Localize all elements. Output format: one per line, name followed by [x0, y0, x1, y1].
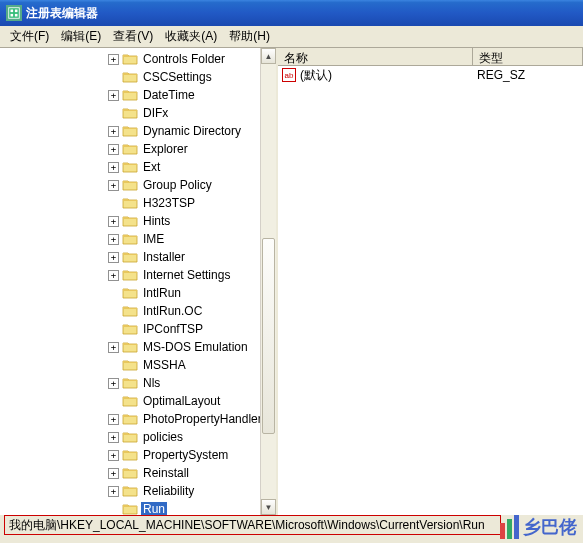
tree-pane[interactable]: +Controls FolderCSCSettings+DateTimeDIFx…: [0, 48, 278, 515]
tree-scrollbar[interactable]: ▲ ▼: [260, 48, 276, 515]
scroll-thumb[interactable]: [262, 238, 275, 434]
folder-icon: [122, 430, 138, 444]
status-path: 我的电脑\HKEY_LOCAL_MACHINE\SOFTWARE\Microso…: [9, 517, 485, 534]
tree-item[interactable]: OptimalLayout: [0, 392, 276, 410]
tree-item[interactable]: CSCSettings: [0, 68, 276, 86]
expander-icon[interactable]: +: [108, 468, 119, 479]
tree-label[interactable]: CSCSettings: [141, 70, 214, 84]
tree-item[interactable]: +PhotoPropertyHandler: [0, 410, 276, 428]
tree-label[interactable]: MSSHA: [141, 358, 188, 372]
tree-label[interactable]: Reliability: [141, 484, 196, 498]
expander-icon[interactable]: +: [108, 414, 119, 425]
expander-icon[interactable]: +: [108, 54, 119, 65]
tree-item[interactable]: MSSHA: [0, 356, 276, 374]
tree-label[interactable]: Nls: [141, 376, 162, 390]
menu-edit[interactable]: 编辑(E): [55, 26, 107, 47]
tree-label[interactable]: PhotoPropertyHandler: [141, 412, 264, 426]
tree-label[interactable]: IPConfTSP: [141, 322, 205, 336]
expander-icon[interactable]: +: [108, 180, 119, 191]
expander-icon[interactable]: +: [108, 216, 119, 227]
expander-icon[interactable]: +: [108, 342, 119, 353]
tree-item[interactable]: +Group Policy: [0, 176, 276, 194]
tree-item[interactable]: +Explorer: [0, 140, 276, 158]
tree-label[interactable]: Installer: [141, 250, 187, 264]
value-type: REG_SZ: [473, 68, 583, 82]
tree-label[interactable]: Run: [141, 502, 167, 515]
tree-label[interactable]: Dynamic Directory: [141, 124, 243, 138]
expander-icon[interactable]: +: [108, 432, 119, 443]
menu-view[interactable]: 查看(V): [107, 26, 159, 47]
tree-item[interactable]: +Nls: [0, 374, 276, 392]
tree-item[interactable]: +policies: [0, 428, 276, 446]
tree-item[interactable]: H323TSP: [0, 194, 276, 212]
folder-icon: [122, 340, 138, 354]
tree-item[interactable]: +Controls Folder: [0, 50, 276, 68]
tree-label[interactable]: policies: [141, 430, 185, 444]
tree-label[interactable]: Hints: [141, 214, 172, 228]
list-row[interactable]: ab(默认)REG_SZ: [278, 66, 583, 84]
expander-icon[interactable]: +: [108, 252, 119, 263]
tree-item[interactable]: DIFx: [0, 104, 276, 122]
tree-item[interactable]: +IME: [0, 230, 276, 248]
expander-icon[interactable]: +: [108, 234, 119, 245]
tree-label[interactable]: Explorer: [141, 142, 190, 156]
svg-rect-2: [15, 10, 18, 13]
menu-favorites[interactable]: 收藏夹(A): [159, 26, 223, 47]
tree-label[interactable]: Controls Folder: [141, 52, 227, 66]
tree-label[interactable]: H323TSP: [141, 196, 197, 210]
reg-string-icon: ab: [282, 68, 296, 82]
window-title: 注册表编辑器: [26, 5, 98, 22]
folder-icon: [122, 124, 138, 138]
expander-icon[interactable]: +: [108, 126, 119, 137]
folder-icon: [122, 394, 138, 408]
list-pane[interactable]: 名称 类型 ab(默认)REG_SZ: [278, 48, 583, 515]
tree-item[interactable]: Run: [0, 500, 276, 515]
tree-item[interactable]: IPConfTSP: [0, 320, 276, 338]
folder-icon: [122, 106, 138, 120]
col-header-type[interactable]: 类型: [473, 48, 583, 65]
tree-item[interactable]: IntlRun: [0, 284, 276, 302]
scroll-up-button[interactable]: ▲: [261, 48, 276, 64]
tree-label[interactable]: Reinstall: [141, 466, 191, 480]
tree-item[interactable]: +DateTime: [0, 86, 276, 104]
tree-item[interactable]: +Reinstall: [0, 464, 276, 482]
menu-help[interactable]: 帮助(H): [223, 26, 276, 47]
expander-icon[interactable]: +: [108, 270, 119, 281]
tree-label[interactable]: MS-DOS Emulation: [141, 340, 250, 354]
tree-item[interactable]: +Reliability: [0, 482, 276, 500]
folder-icon: [122, 268, 138, 282]
menu-file[interactable]: 文件(F): [4, 26, 55, 47]
tree-label[interactable]: OptimalLayout: [141, 394, 222, 408]
tree-label[interactable]: Group Policy: [141, 178, 214, 192]
tree-label[interactable]: Internet Settings: [141, 268, 232, 282]
tree-label[interactable]: IME: [141, 232, 166, 246]
tree-label[interactable]: IntlRun.OC: [141, 304, 204, 318]
tree-item[interactable]: +Internet Settings: [0, 266, 276, 284]
tree-label[interactable]: Ext: [141, 160, 162, 174]
scroll-down-button[interactable]: ▼: [261, 499, 276, 515]
expander-icon[interactable]: +: [108, 90, 119, 101]
tree-item[interactable]: +Ext: [0, 158, 276, 176]
tree-label[interactable]: DIFx: [141, 106, 170, 120]
expander-icon[interactable]: +: [108, 378, 119, 389]
tree-label[interactable]: IntlRun: [141, 286, 183, 300]
expander-icon[interactable]: +: [108, 144, 119, 155]
tree-item[interactable]: +MS-DOS Emulation: [0, 338, 276, 356]
tree-item[interactable]: +Dynamic Directory: [0, 122, 276, 140]
tree-label[interactable]: PropertySystem: [141, 448, 230, 462]
tree-item[interactable]: +Hints: [0, 212, 276, 230]
tree-label[interactable]: DateTime: [141, 88, 197, 102]
tree-item[interactable]: +PropertySystem: [0, 446, 276, 464]
tree-item[interactable]: +Installer: [0, 248, 276, 266]
list-header: 名称 类型: [278, 48, 583, 66]
expander-icon[interactable]: +: [108, 486, 119, 497]
folder-icon: [122, 196, 138, 210]
title-bar: 注册表编辑器: [0, 0, 583, 26]
expander-icon[interactable]: +: [108, 450, 119, 461]
folder-icon: [122, 376, 138, 390]
watermark-text: 乡巴佬: [523, 515, 577, 539]
status-bar: 我的电脑\HKEY_LOCAL_MACHINE\SOFTWARE\Microso…: [4, 515, 501, 535]
tree-item[interactable]: IntlRun.OC: [0, 302, 276, 320]
expander-icon[interactable]: +: [108, 162, 119, 173]
col-header-name[interactable]: 名称: [278, 48, 473, 65]
